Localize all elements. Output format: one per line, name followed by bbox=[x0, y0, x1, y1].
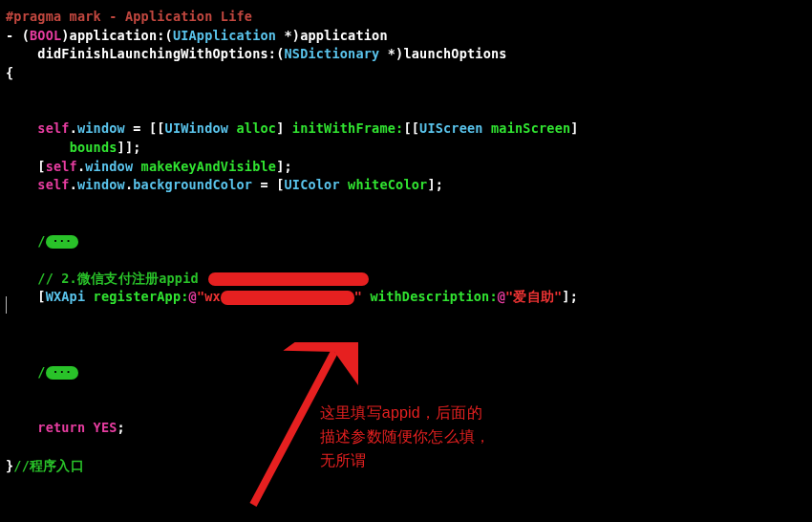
code-line-bgcolor: self.window.backgroundColor = [UIColor w… bbox=[6, 176, 806, 195]
code-line-fold: /··· bbox=[6, 363, 806, 382]
annotation-text: 这里填写appid，后面的 描述参数随便你怎么填， 无所谓 bbox=[320, 402, 490, 472]
blank-line bbox=[6, 307, 806, 326]
text-cursor bbox=[6, 296, 7, 314]
redacted-comment-text bbox=[208, 272, 369, 286]
blank-line bbox=[6, 326, 806, 345]
code-line-method-sig-1: - (BOOL)application:(UIApplication *)app… bbox=[6, 27, 806, 46]
blank-line bbox=[6, 82, 806, 101]
code-fold-icon[interactable]: ··· bbox=[46, 235, 78, 249]
redacted-appid bbox=[221, 291, 354, 305]
code-line-comment-appid: // 2.微信支付注册appid bbox=[6, 270, 806, 289]
code-line-window-init-cont: bounds]]; bbox=[6, 139, 806, 158]
code-fold-icon[interactable]: ··· bbox=[46, 366, 78, 380]
code-line-makekey: [self.window makeKeyAndVisible]; bbox=[6, 158, 806, 177]
code-line-pragma: #pragma mark - Application Life bbox=[6, 8, 806, 27]
blank-line bbox=[6, 344, 806, 363]
blank-line bbox=[6, 195, 806, 214]
pragma-mark: #pragma mark - Application Life bbox=[6, 9, 252, 24]
code-line-fold: /··· bbox=[6, 232, 806, 251]
code-line-method-sig-2: didFinishLaunchingWithOptions:(NSDiction… bbox=[6, 45, 806, 64]
blank-line bbox=[6, 213, 806, 232]
code-line-register-app: [WXApi registerApp:@"wx" withDescription… bbox=[6, 288, 806, 307]
code-line-open-brace: { bbox=[6, 64, 806, 83]
blank-line bbox=[6, 250, 806, 270]
blank-line bbox=[6, 101, 806, 120]
blank-line bbox=[6, 381, 806, 401]
code-line-window-init: self.window = [[UIWindow alloc] initWith… bbox=[6, 120, 806, 139]
